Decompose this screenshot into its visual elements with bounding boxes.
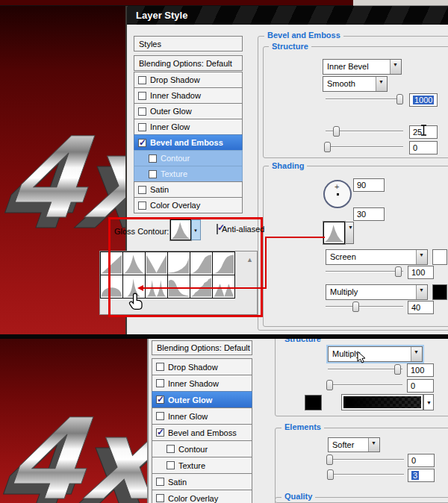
highlight-opacity-input[interactable]: 100 (408, 266, 434, 279)
contour-cone-icon (324, 222, 344, 243)
dropdown-arrow-icon[interactable] (416, 250, 427, 264)
og-size-slider[interactable] (328, 469, 404, 480)
checkbox-icon[interactable] (138, 92, 146, 100)
dropdown-arrow-icon[interactable] (411, 347, 422, 361)
bevel-style-select[interactable]: Inner Bevel (323, 59, 402, 75)
style-item-texture[interactable]: Texture (152, 457, 252, 474)
checkbox-icon[interactable] (138, 76, 146, 84)
style-item-label: Inner Glow (150, 122, 190, 131)
checkbox-icon[interactable] (156, 379, 164, 387)
checkbox-icon[interactable] (149, 170, 157, 178)
style-item-label: Texture (178, 461, 205, 470)
dropdown-arrow-icon[interactable] (345, 222, 353, 243)
depth-slider-thumb[interactable] (396, 94, 403, 104)
highlight-opacity-thumb[interactable] (395, 266, 402, 277)
style-item-texture[interactable]: Texture (134, 166, 243, 182)
size-slider-thumb[interactable] (333, 126, 340, 137)
style-item-inner-glow[interactable]: Inner Glow (134, 119, 243, 135)
style-item-outer-glow[interactable]: Outer Glow (134, 103, 243, 119)
checkbox-icon[interactable] (156, 412, 164, 420)
shadow-opacity-thumb[interactable] (352, 302, 359, 312)
style-item-inner-shadow[interactable]: Inner Shadow (134, 87, 243, 104)
blending-options-button-2[interactable]: Blending Options: Default (152, 340, 252, 355)
checkbox-icon[interactable] (156, 428, 164, 437)
noise-slider[interactable] (328, 380, 402, 390)
blending-options-button[interactable]: Blending Options: Default (134, 55, 243, 71)
shadow-color-swatch[interactable] (432, 284, 447, 300)
checkbox-icon[interactable] (167, 445, 175, 453)
checkbox-icon[interactable] (138, 186, 146, 194)
checkbox-icon[interactable] (138, 139, 146, 147)
blend-mode-select[interactable]: Multiply (328, 346, 423, 362)
dialog-titlebar[interactable]: Layer Style (125, 6, 448, 25)
highlight-color-swatch[interactable] (432, 249, 447, 265)
og-size-input[interactable]: 3 (408, 469, 435, 482)
checkbox-icon[interactable] (156, 494, 164, 502)
style-item-inner-glow[interactable]: Inner Glow (152, 407, 252, 425)
dropdown-arrow-icon[interactable] (416, 285, 427, 299)
style-item-label: Bevel and Emboss (150, 138, 223, 147)
og-technique-value: Softer (332, 440, 354, 449)
noise-slider-thumb[interactable] (326, 380, 333, 390)
technique-select[interactable]: Smooth (323, 76, 388, 92)
style-item-label: Texture (161, 169, 187, 178)
annotation-anti-aliased-checkbox[interactable] (217, 224, 218, 234)
gloss-contour-thumbnail[interactable] (323, 222, 345, 244)
dropdown-arrow-icon[interactable] (368, 438, 379, 452)
altitude-input[interactable]: 30 (353, 207, 385, 221)
og-technique-select[interactable]: Softer (328, 437, 380, 452)
gradient-arrow-button[interactable] (423, 394, 434, 410)
style-item-color-overlay[interactable]: Color Overlay (152, 490, 252, 503)
style-item-satin[interactable]: Satin (134, 181, 243, 198)
angle-marker-icon: + (335, 182, 339, 191)
angle-dial[interactable]: + (323, 180, 352, 208)
checkbox-icon[interactable] (156, 363, 164, 371)
highlight-mode-select[interactable]: Screen (326, 249, 428, 265)
checkbox-icon[interactable] (156, 396, 164, 404)
glow-color-swatch[interactable] (305, 395, 322, 410)
checkbox-icon[interactable] (156, 478, 164, 486)
spread-slider[interactable] (328, 454, 404, 465)
noise-input[interactable]: 0 (407, 379, 434, 393)
blending-options-label: Blending Options: Default (139, 59, 232, 68)
og-opacity-input[interactable]: 100 (407, 363, 434, 377)
dropdown-arrow-icon[interactable] (390, 60, 401, 74)
highlight-opacity-slider[interactable] (326, 266, 403, 277)
style-item-bevel-and-emboss[interactable]: Bevel and Emboss (134, 134, 243, 151)
depth-input[interactable]: 1000 (409, 93, 438, 107)
style-item-contour[interactable]: Contour (152, 440, 252, 457)
style-item-color-overlay[interactable]: Color Overlay (134, 197, 243, 213)
depth-slider[interactable] (326, 94, 403, 104)
soften-slider[interactable] (326, 142, 403, 152)
size-slider[interactable] (326, 126, 403, 137)
shadow-opacity-input[interactable]: 40 (408, 301, 434, 314)
gloss-contour-arrow-button[interactable] (345, 222, 354, 244)
spread-slider-thumb[interactable] (326, 454, 333, 465)
checkbox-icon[interactable] (167, 461, 175, 469)
style-item-inner-shadow[interactable]: Inner Shadow (152, 375, 252, 392)
checkbox-icon[interactable] (138, 107, 146, 116)
styles-button[interactable]: Styles (134, 36, 243, 51)
og-opacity-slider[interactable] (328, 364, 402, 375)
style-item-bevel-and-emboss[interactable]: Bevel and Emboss (152, 424, 252, 441)
checkbox-icon[interactable] (149, 154, 157, 163)
style-list: Drop ShadowInner ShadowOuter GlowInner G… (134, 72, 243, 213)
style-item-outer-glow[interactable]: Outer Glow (152, 391, 252, 408)
dropdown-arrow-icon[interactable] (376, 77, 387, 91)
soften-input[interactable]: 0 (409, 141, 438, 154)
soften-slider-thumb[interactable] (324, 142, 331, 152)
style-item-satin[interactable]: Satin (152, 473, 252, 490)
style-item-drop-shadow[interactable]: Drop Shadow (152, 358, 252, 375)
highlight-opacity-value: 100 (411, 268, 425, 277)
shadow-opacity-slider[interactable] (326, 302, 403, 312)
glow-gradient-bar[interactable] (341, 394, 423, 410)
style-item-contour[interactable]: Contour (134, 150, 243, 166)
checkbox-icon[interactable] (138, 201, 146, 210)
shadow-mode-select[interactable]: Multiply (326, 284, 428, 300)
spread-input[interactable]: 0 (408, 454, 435, 467)
og-size-slider-thumb[interactable] (327, 469, 334, 480)
checkbox-icon[interactable] (138, 123, 146, 131)
og-opacity-thumb[interactable] (394, 364, 401, 375)
style-item-drop-shadow[interactable]: Drop Shadow (134, 72, 243, 88)
angle-input[interactable]: 90 (353, 178, 385, 192)
